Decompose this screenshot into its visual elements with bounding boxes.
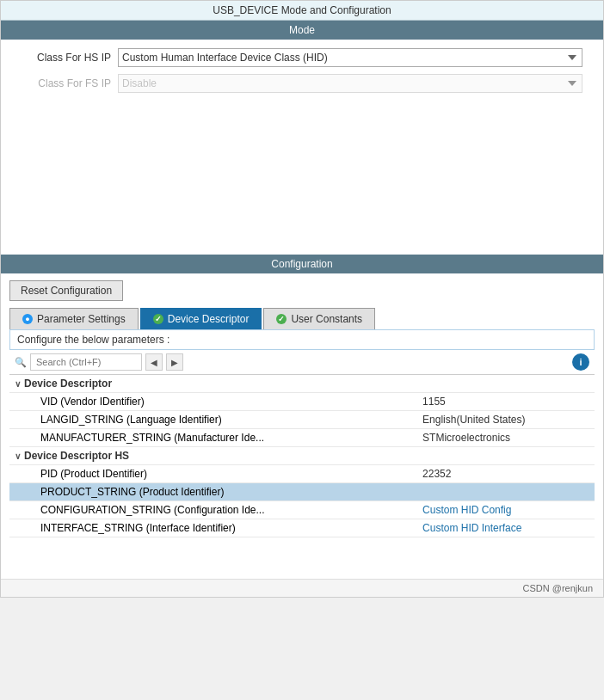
info-bar: Configure the below parameters : xyxy=(9,329,595,350)
mode-section: Class For HS IP Custom Human Interface D… xyxy=(1,40,603,255)
group-label-device-descriptor: Device Descriptor xyxy=(24,378,112,390)
param-value: 1155 xyxy=(417,393,595,411)
chevron-device-descriptor: ∨ xyxy=(15,379,21,389)
hs-ip-select[interactable]: Custom Human Interface Device Class (HID… xyxy=(118,48,582,67)
param-name: LANGID_STRING (Language Identifier) xyxy=(9,411,417,429)
tab-label-device-descriptor: Device Descriptor xyxy=(168,313,250,325)
param-name: MANUFACTURER_STRING (Manufacturer Ide... xyxy=(9,429,417,447)
param-value: STMicroelectronics xyxy=(417,429,595,447)
info-message: Configure the below parameters : xyxy=(17,334,169,346)
fs-ip-label: Class For FS IP xyxy=(15,77,118,89)
tab-label-parameter-settings: Parameter Settings xyxy=(37,313,126,325)
table-row[interactable]: LANGID_STRING (Language Identifier) Engl… xyxy=(9,411,595,429)
window-title: USB_DEVICE Mode and Configuration xyxy=(213,4,391,16)
tab-label-user-constants: User Constants xyxy=(291,313,362,325)
credit-text: CSDN @renjkun xyxy=(1,579,603,597)
tab-parameter-settings[interactable]: ● Parameter Settings xyxy=(9,308,139,329)
table-row[interactable]: PID (Product IDentifier) 22352 xyxy=(9,465,595,483)
param-value: Custom HID Config xyxy=(417,501,595,519)
param-name: PRODUCT_STRING (Product Identifier) xyxy=(9,483,417,501)
search-bar: 🔍 ◀ ▶ i xyxy=(9,350,595,375)
next-button[interactable]: ▶ xyxy=(166,353,183,371)
config-section-header: Configuration xyxy=(1,255,603,273)
search-icon: 🔍 xyxy=(15,357,27,368)
group-device-descriptor-hs[interactable]: ∨ Device Descriptor HS xyxy=(9,447,595,465)
reset-configuration-button[interactable]: Reset Configuration xyxy=(9,280,123,301)
param-value: English(United States) xyxy=(417,411,595,429)
param-name: CONFIGURATION_STRING (Configuration Ide.… xyxy=(9,501,417,519)
title-bar: USB_DEVICE Mode and Configuration xyxy=(1,1,603,21)
fs-ip-row: Class For FS IP Disable xyxy=(15,74,589,93)
tab-user-constants[interactable]: ✓ User Constants xyxy=(263,308,375,329)
table-row[interactable]: MANUFACTURER_STRING (Manufacturer Ide...… xyxy=(9,429,595,447)
tab-device-descriptor[interactable]: ✓ Device Descriptor xyxy=(140,308,262,329)
table-row[interactable]: VID (Vendor IDentifier) 1155 xyxy=(9,393,595,411)
prev-button[interactable]: ◀ xyxy=(145,353,163,371)
group-device-descriptor[interactable]: ∨ Device Descriptor xyxy=(9,375,595,393)
tab-icon-user-constants: ✓ xyxy=(276,314,287,324)
tab-icon-device-descriptor: ✓ xyxy=(153,314,163,324)
param-value: Custom HID Interface xyxy=(417,519,595,537)
tab-icon-parameter-settings: ● xyxy=(22,314,33,324)
table-row[interactable]: INTERFACE_STRING (Interface Identifier) … xyxy=(9,519,595,537)
tabs-bar: ● Parameter Settings ✓ Device Descriptor… xyxy=(9,308,595,329)
parameters-table: ∨ Device Descriptor VID (Vendor IDentifi… xyxy=(9,375,595,537)
param-value xyxy=(417,483,595,501)
config-section: Reset Configuration ● Parameter Settings… xyxy=(1,273,603,544)
param-name: VID (Vendor IDentifier) xyxy=(9,393,417,411)
hs-ip-label: Class For HS IP xyxy=(15,52,118,64)
fs-ip-select[interactable]: Disable xyxy=(118,74,582,93)
mode-section-header: Mode xyxy=(1,21,603,40)
param-name: PID (Product IDentifier) xyxy=(9,465,417,483)
table-row[interactable]: CONFIGURATION_STRING (Configuration Ide.… xyxy=(9,501,595,519)
param-name: INTERFACE_STRING (Interface Identifier) xyxy=(9,519,417,537)
search-input[interactable] xyxy=(30,353,142,371)
group-label-device-descriptor-hs: Device Descriptor HS xyxy=(24,450,129,462)
param-value: 22352 xyxy=(417,465,595,483)
info-button[interactable]: i xyxy=(572,353,589,371)
hs-ip-row: Class For HS IP Custom Human Interface D… xyxy=(15,48,589,67)
chevron-device-descriptor-hs: ∨ xyxy=(15,451,21,461)
table-row-selected[interactable]: PRODUCT_STRING (Product Identifier) xyxy=(9,483,595,501)
